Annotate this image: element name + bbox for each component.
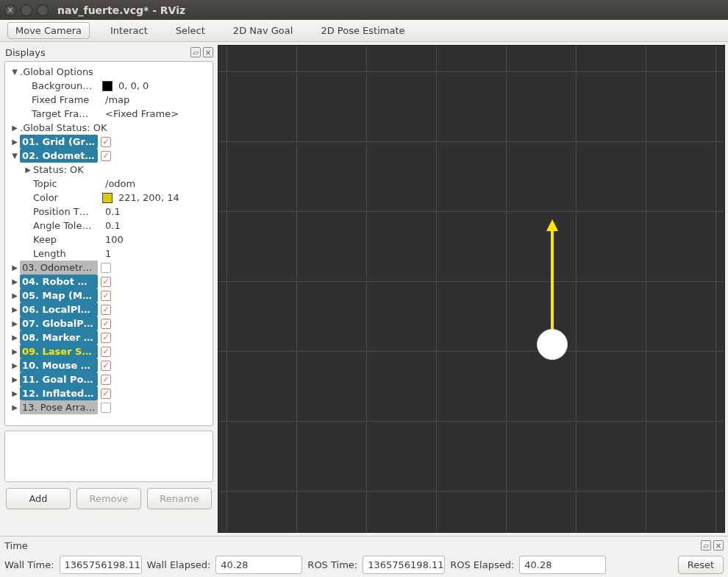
prop-key[interactable]: Angle Tole… [33, 219, 102, 233]
display-item[interactable]: 09. Laser Sca… [20, 344, 98, 358]
display-item[interactable]: 12. Inflated … [20, 386, 98, 400]
visibility-checkbox[interactable]: ✓ [101, 305, 111, 315]
ros-time-label: ROS Time: [307, 559, 357, 570]
prop-value[interactable]: 0, 0, 0 [118, 79, 149, 93]
visibility-checkbox[interactable]: ✓ [101, 361, 111, 371]
work-area: Displays ▱ × ▼.Global Options Backgroun…… [0, 42, 728, 536]
expand-icon[interactable]: ▶ [10, 302, 20, 316]
expand-icon[interactable]: ▶ [10, 261, 20, 275]
odom-arrow [551, 228, 554, 339]
rename-button[interactable]: Rename [147, 488, 212, 509]
prop-value[interactable]: /odom [105, 177, 135, 191]
prop-key[interactable]: Topic [33, 177, 102, 191]
visibility-checkbox[interactable]: ✓ [101, 263, 111, 273]
display-item[interactable]: 08. Marker (… [20, 330, 98, 344]
wall-elapsed-value[interactable]: 40.28 [215, 556, 302, 574]
ros-elapsed-label: ROS Elapsed: [450, 559, 514, 570]
time-title: Time [4, 540, 28, 551]
color-swatch[interactable] [102, 193, 113, 203]
visibility-checkbox[interactable]: ✓ [101, 347, 111, 357]
prop-key[interactable]: Backgroun… [32, 79, 102, 93]
display-item[interactable]: 11. Goal Pos… [20, 372, 98, 386]
prop-value[interactable]: 100 [105, 233, 124, 247]
display-item[interactable]: 06. LocalPlan… [20, 302, 98, 316]
display-item[interactable]: 02. Odometr… [20, 149, 98, 163]
visibility-checkbox[interactable]: ✓ [101, 291, 111, 301]
prop-value[interactable]: 0.1 [105, 219, 121, 233]
global-options-label[interactable]: .Global Options [20, 65, 93, 79]
display-item[interactable]: 10. Mouse G… [20, 358, 98, 372]
visibility-checkbox[interactable]: ✓ [101, 319, 111, 329]
display-item[interactable]: 03. Odometry… [20, 261, 98, 275]
color-swatch[interactable] [102, 81, 113, 91]
remove-button[interactable]: Remove [76, 488, 141, 509]
wall-elapsed-label: Wall Elapsed: [147, 559, 211, 570]
displays-title: Displays [4, 47, 46, 58]
display-item[interactable]: 13. Pose Arra… [20, 400, 98, 414]
close-panel-icon[interactable]: × [713, 540, 724, 551]
visibility-checkbox[interactable]: ✓ [101, 137, 111, 147]
wall-time-label: Wall Time: [4, 559, 54, 570]
visibility-checkbox[interactable]: ✓ [101, 403, 111, 413]
prop-value[interactable]: 0.1 [105, 205, 121, 219]
visibility-checkbox[interactable]: ✓ [101, 375, 111, 385]
prop-key[interactable]: Length [33, 247, 102, 261]
window-titlebar: × nav_fuerte.vcg* - RViz [0, 0, 728, 20]
minimize-icon[interactable] [21, 4, 32, 16]
displays-tree[interactable]: ▼.Global Options Backgroun…0, 0, 0 Fixed… [4, 61, 213, 426]
expand-icon[interactable]: ▼ [10, 65, 20, 79]
status-label[interactable]: Status: OK [33, 163, 84, 177]
expand-icon[interactable]: ▶ [10, 386, 20, 400]
expand-icon[interactable]: ▶ [10, 316, 20, 330]
description-box [4, 431, 213, 482]
close-icon[interactable]: × [4, 4, 16, 16]
interact-button[interactable]: Interact [103, 23, 155, 38]
expand-icon[interactable]: ▼ [10, 149, 20, 163]
expand-icon[interactable]: ▶ [10, 400, 20, 414]
expand-icon[interactable]: ▶ [10, 358, 20, 372]
detach-icon[interactable]: ▱ [701, 540, 711, 551]
prop-value[interactable]: /map [105, 93, 129, 107]
expand-icon[interactable]: ▶ [23, 163, 33, 177]
prop-value[interactable]: <Fixed Frame> [105, 107, 179, 121]
expand-icon[interactable]: ▶ [10, 372, 20, 386]
display-item[interactable]: 05. Map (Map) [20, 288, 98, 302]
ros-time-value[interactable]: 1365756198.11 [363, 556, 445, 574]
toolbar: Move Camera Interact Select 2D Nav Goal … [0, 20, 728, 42]
prop-key[interactable]: Color [33, 191, 102, 205]
expand-icon[interactable]: ▶ [10, 288, 20, 302]
prop-value[interactable]: 1 [105, 247, 111, 261]
detach-icon[interactable]: ▱ [190, 47, 201, 57]
pose-estimate-button[interactable]: 2D Pose Estimate [313, 23, 412, 38]
wall-time-value[interactable]: 1365756198.11 [60, 556, 142, 574]
expand-icon[interactable]: ▶ [10, 275, 20, 288]
prop-key[interactable]: Position T… [33, 205, 102, 219]
add-button[interactable]: Add [6, 488, 71, 509]
display-item[interactable]: 07. GlobalPla… [20, 316, 98, 330]
select-button[interactable]: Select [168, 23, 213, 38]
prop-key[interactable]: Keep [33, 233, 102, 247]
visibility-checkbox[interactable]: ✓ [101, 389, 111, 399]
close-panel-icon[interactable]: × [203, 47, 213, 57]
visibility-checkbox[interactable]: ✓ [101, 151, 111, 161]
expand-icon[interactable]: ▶ [10, 330, 20, 344]
move-camera-button[interactable]: Move Camera [7, 22, 90, 39]
display-item[interactable]: 04. Robot Mo… [20, 275, 98, 288]
display-item[interactable]: 01. Grid (Grid) [20, 135, 98, 149]
visibility-checkbox[interactable]: ✓ [101, 333, 111, 343]
reset-button[interactable]: Reset [678, 556, 724, 574]
ros-elapsed-value[interactable]: 40.28 [519, 556, 606, 574]
expand-icon[interactable]: ▶ [10, 121, 20, 135]
render-viewport[interactable] [218, 45, 725, 533]
expand-icon[interactable]: ▶ [10, 344, 20, 358]
prop-value[interactable]: 221, 200, 14 [118, 191, 179, 205]
prop-key[interactable]: Fixed Frame [32, 93, 102, 107]
window-title: nav_fuerte.vcg* - RViz [57, 4, 185, 16]
prop-key[interactable]: Target Fra… [32, 107, 102, 121]
expand-icon[interactable]: ▶ [10, 135, 20, 149]
maximize-icon[interactable] [37, 4, 49, 16]
visibility-checkbox[interactable]: ✓ [101, 277, 111, 287]
time-panel: Time ▱ × Wall Time: 1365756198.11 Wall E… [0, 536, 728, 577]
global-status-label[interactable]: .Global Status: OK [20, 121, 107, 135]
nav-goal-button[interactable]: 2D Nav Goal [226, 23, 301, 38]
